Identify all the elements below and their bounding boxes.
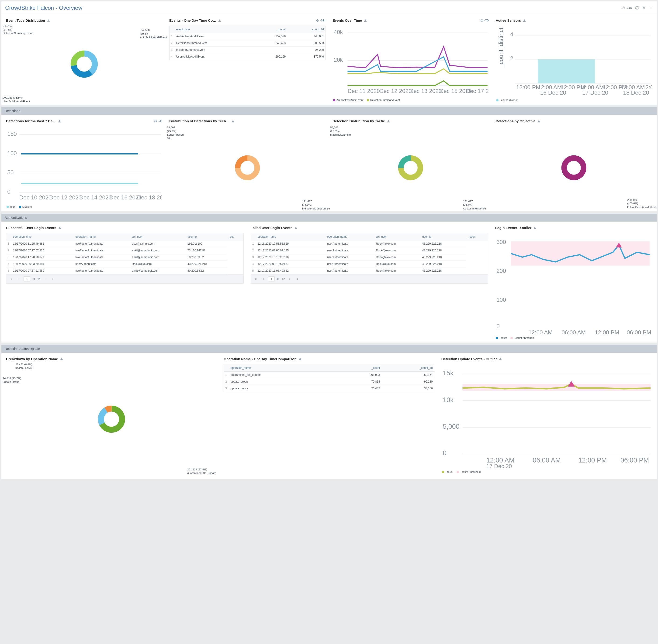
pager-success: « ‹ 1 of 45 › » [6, 274, 244, 283]
title-bar: CrowdStrike Falcon - Overview -24h [1, 1, 657, 14]
table-row[interactable]: 4UserActivityAuditEvent299,169375,540 [170, 53, 325, 60]
svg-text:06:00 PM: 06:00 PM [627, 329, 651, 336]
col[interactable]: operation_time [256, 233, 326, 240]
slice-label-b: 171,417 (74.7%) CustomIntelligence [463, 200, 491, 211]
col[interactable]: user_ip [421, 233, 466, 240]
panel-login-outlier: Login Events - Outlier 300 200 100 0 12:… [493, 224, 655, 343]
col[interactable]: operation_name [74, 233, 131, 240]
svg-text:Dec 12 2020: Dec 12 2020 [379, 88, 412, 94]
chart-event-type-dist[interactable]: 352,576 (39.3%) AuthActivityAuditEvent 2… [4, 24, 164, 105]
time-range-button[interactable]: -24h [622, 6, 632, 10]
col[interactable]: user_ip [186, 233, 227, 240]
pager-last-icon[interactable]: » [50, 276, 55, 281]
col[interactable]: operation_time [12, 233, 74, 240]
table-row[interactable]: 212/17/2020 01:06:07:185userAuthenticate… [251, 247, 488, 254]
table-row[interactable]: 2update_group70,81490,230 [224, 378, 434, 385]
table-op-oneday[interactable]: operation_name _count _count_1d 1quarant… [224, 364, 434, 392]
chart-login-outlier[interactable]: 300 200 100 0 12:00 AM17 Dec 20 06:00 AM… [493, 232, 655, 343]
filter-icon[interactable] [642, 6, 646, 10]
svg-rect-66 [511, 242, 650, 266]
pager-prev-icon[interactable]: ‹ [16, 276, 21, 281]
panel-title: Active Sensors [496, 18, 521, 22]
panel-time-badge[interactable]: -7D [481, 19, 489, 22]
panel-event-type-dist: Event Type Distribution 352,576 (39.3%) … [4, 17, 164, 105]
svg-point-61 [568, 162, 580, 174]
warn-icon [47, 19, 50, 22]
warn-icon [58, 119, 61, 123]
table-row[interactable]: 2DetectionSummaryEvent246,463308,553 [170, 40, 325, 47]
table-row[interactable]: 3update_policy26,43233,156 [224, 385, 434, 392]
pager-total: 12 [282, 277, 285, 280]
time-label: -7D [484, 19, 489, 22]
legend: _count _count_threshold [441, 469, 652, 474]
chart-det-by-obj[interactable]: 229,419 (100.0%) FalconDetectionMethod [494, 125, 654, 211]
section-status: Detection Status Update [1, 345, 657, 353]
legend-item: AuthActivityAuditEvent [336, 98, 364, 101]
legend-item: High [10, 205, 16, 208]
pager-first-icon[interactable]: « [8, 276, 14, 281]
pager-prev-icon[interactable]: ‹ [261, 276, 266, 281]
chart-dist-by-tactic[interactable]: 58,002 (25.3%) MachineLearning 171,417 (… [330, 125, 491, 211]
chart-det-update-outlier[interactable]: 15k 10k 5,000 0 12:00 AM17 Dec 20 06:00 … [439, 363, 654, 477]
section-detections: Detections [1, 107, 657, 115]
table-row[interactable]: 1quarantined_file_update201,923252,154 [224, 371, 434, 378]
chart-breakdown-op[interactable]: 26,432 (8.8%) update_policy 70,814 (23.7… [4, 363, 219, 477]
pager-next-icon[interactable]: › [43, 276, 48, 281]
col-event-type[interactable]: event_type [175, 26, 256, 33]
pager-first-icon[interactable]: « [253, 276, 258, 281]
table-success-login[interactable]: operation_time operation_name src_user u… [6, 233, 244, 274]
panel-title: Successful User Login Events [6, 226, 56, 230]
pager-of: of [32, 277, 35, 280]
col[interactable]: _cou [227, 233, 243, 240]
refresh-icon[interactable] [635, 6, 639, 10]
svg-text:10k: 10k [443, 396, 454, 404]
table-row[interactable]: 512/17/2020 07:57:21:459twoFactorAuthent… [6, 268, 243, 274]
row-overview: Event Type Distribution 352,576 (39.3%) … [1, 14, 657, 105]
panel-dist-by-tech: Distribution of Detections by Tech… 58,0… [167, 117, 328, 211]
table-row[interactable]: 412/17/2020 03:19:54:667userAuthenticate… [251, 261, 488, 268]
col[interactable]: _coun [466, 233, 488, 240]
table-row[interactable]: 512/17/2020 11:08:40:832userAuthenticate… [251, 268, 488, 274]
table-row[interactable]: 412/17/2020 06:23:59:584userAuthenticate… [6, 261, 243, 268]
table-events-oneday[interactable]: event_type _count _count_1d 1AuthActivit… [169, 26, 326, 60]
chart-events-over-time[interactable]: 40k 20k Dec 11 2020 Dec 12 2020 Dec 13 2… [330, 24, 491, 105]
panel-title: Detections for the Past 7 Da… [6, 119, 56, 123]
col[interactable]: _count_1d [381, 364, 434, 372]
more-icon[interactable] [649, 6, 653, 10]
col[interactable]: operation_name [229, 364, 338, 372]
pager-next-icon[interactable]: › [287, 276, 292, 281]
panel-time-badge[interactable]: -7D [154, 119, 162, 123]
panel-title: Event Type Distribution [6, 18, 45, 22]
legend-item: DetectionSummaryEvent [370, 98, 400, 101]
panel-success-login: Successful User Login Events operation_t… [4, 224, 246, 343]
table-row[interactable]: 112/16/2020 19:58:58:829userAuthenticate… [251, 240, 488, 247]
col-count[interactable]: _count [256, 26, 287, 33]
table-row[interactable]: 3IncidentSummaryEvent25,230 [170, 47, 325, 53]
svg-text:4: 4 [510, 31, 513, 38]
table-row[interactable]: 212/17/2020 07:17:07:326twoFactorAuthent… [6, 247, 243, 254]
col[interactable]: src_user [130, 233, 186, 240]
table-row[interactable]: 312/17/2020 10:16:23:196userAuthenticate… [251, 254, 488, 261]
panel-time-badge[interactable]: -24h [316, 19, 326, 22]
svg-text:16 Dec 20: 16 Dec 20 [540, 90, 566, 96]
col[interactable]: _count [338, 364, 381, 372]
panel-title: Login Events - Outlier [495, 226, 532, 230]
table-failed-login[interactable]: operation_time operation_name src_user u… [251, 233, 488, 274]
table-row[interactable]: 1AuthActivityAuditEvent352,576445,001 [170, 33, 325, 40]
table-row[interactable]: 112/17/2020 11:25:49:381twoFactorAuthent… [6, 240, 243, 247]
chart-detections-7d[interactable]: 150 100 50 0 Dec 10 2020 Dec 12 2020 Dec… [4, 125, 164, 211]
table-row[interactable]: 312/17/2020 17:28:28:179twoFactorAuthent… [6, 254, 243, 261]
col[interactable]: src_user [374, 233, 421, 240]
legend: _count_distinct [496, 98, 652, 102]
col-count-1d[interactable]: _count_1d [287, 26, 325, 33]
pager-current[interactable]: 1 [24, 276, 30, 281]
col[interactable]: operation_name [326, 233, 374, 240]
pager-current[interactable]: 1 [268, 276, 275, 281]
svg-point-56 [241, 162, 254, 174]
panel-failed-login: Failed User Login Events operation_time … [248, 224, 490, 343]
legend-item: _count [445, 470, 454, 473]
chart-active-sensors[interactable]: _count_distinct 4 2 12:00 PM 12:00 AM16 … [494, 24, 654, 105]
panel-detections-7d: Detections for the Past 7 Da… -7D 150 10… [4, 117, 164, 211]
pager-last-icon[interactable]: » [295, 276, 300, 281]
chart-dist-by-tech[interactable]: 58,002 (25.3%) Sensor-based ML 171,417 (… [167, 125, 328, 211]
